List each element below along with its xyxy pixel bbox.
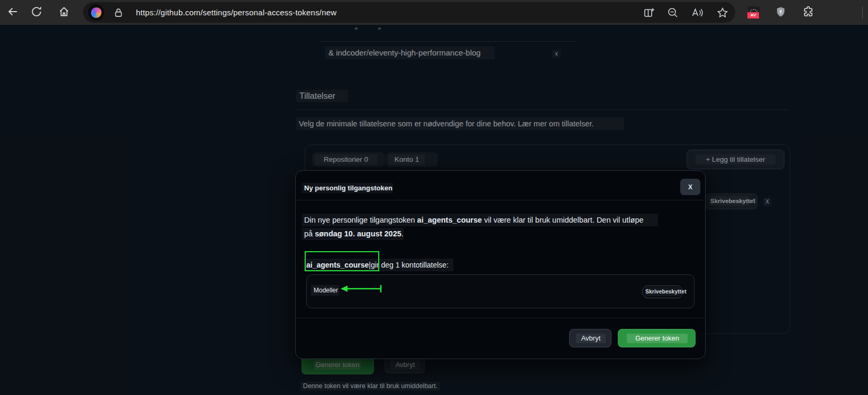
new-token-modal: Ny personlig tilgangstoken X Din nye per… <box>295 170 706 359</box>
copilot-icon[interactable] <box>88 4 104 21</box>
home-button[interactable] <box>56 4 72 21</box>
modal-header-divider <box>296 200 704 200</box>
split-screen-icon[interactable] <box>642 6 656 20</box>
back-arrow-icon <box>6 5 19 20</box>
refresh-icon <box>30 5 43 20</box>
av-badge-label: AV <box>748 12 759 18</box>
extensions-puzzle-icon[interactable] <box>802 6 815 19</box>
modal-title: Ny personlig tilgangstoken <box>302 183 393 193</box>
expiry-date: søndag 10. august 2025 <box>315 229 401 238</box>
modal-generate-label: Generer token <box>627 334 688 343</box>
modal-body-line2: på søndag 10. august 2025. <box>302 228 404 240</box>
annotation-arrow <box>340 284 384 293</box>
modal-body-line1: Din nye personlige tilgangstoken ai_agen… <box>302 214 658 226</box>
readonly-badge-label: Skrivebeskyttet <box>645 287 680 296</box>
modal-generate-button[interactable]: Generer token <box>618 329 696 347</box>
browser-window: https://github.com/settings/personal-acc… <box>0 0 868 395</box>
toolbar-separator <box>862 6 863 19</box>
read-aloud-icon[interactable] <box>690 6 704 20</box>
shield-extension-icon[interactable] <box>774 6 787 19</box>
modal-cancel-button[interactable]: Avbryt <box>569 329 611 347</box>
zoom-out-icon[interactable] <box>666 6 680 20</box>
readonly-badge: Skrivebeskyttet <box>642 286 683 298</box>
lock-icon[interactable] <box>112 6 125 20</box>
favorites-star-icon[interactable] <box>716 6 729 20</box>
refresh-button[interactable] <box>28 4 45 21</box>
address-bar[interactable]: https://github.com/settings/personal-acc… <box>83 2 735 23</box>
modal-footer-divider <box>296 318 704 318</box>
modal-close-button[interactable]: X <box>680 179 700 195</box>
token-name: ai_agents_course <box>417 216 482 224</box>
modal-cancel-label: Avbryt <box>576 334 606 343</box>
permission-name: Modeller <box>311 285 339 296</box>
back-button[interactable] <box>4 4 21 21</box>
annotation-highlight-rect <box>305 251 379 271</box>
browser-toolbar: https://github.com/settings/personal-acc… <box>0 0 868 25</box>
home-icon <box>58 5 70 20</box>
url-text[interactable]: https://github.com/settings/personal-acc… <box>136 2 336 23</box>
av-extension-icon[interactable]: AV <box>747 6 760 19</box>
github-page: & indcoder/eleventy-high-performance-blo… <box>0 25 868 395</box>
